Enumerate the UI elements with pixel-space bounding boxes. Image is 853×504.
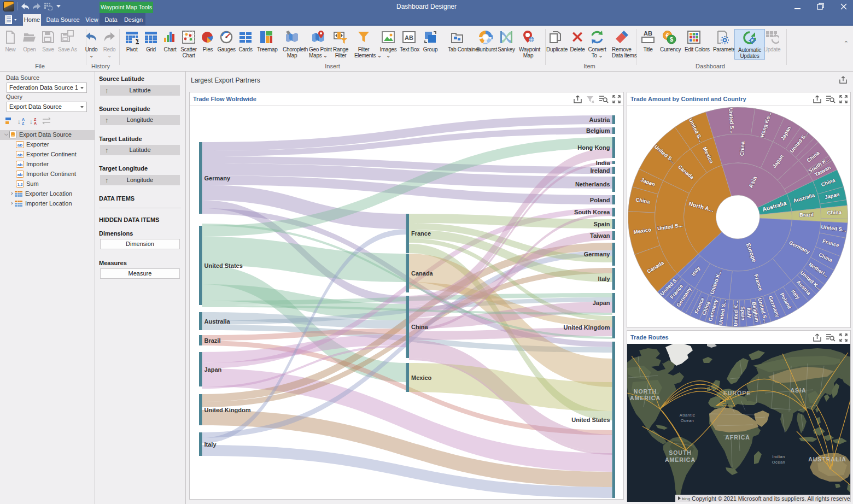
svg-text:Australia: Australia (205, 318, 231, 325)
svg-text:China: China (739, 140, 746, 156)
svg-text:A: A (34, 121, 37, 125)
svg-text:India: India (596, 160, 611, 166)
svg-text:United States: United States (205, 262, 243, 269)
svg-text:Ocean: Ocean (772, 460, 786, 465)
svg-text:Ireland: Ireland (590, 167, 610, 174)
svg-text:Austria: Austria (589, 116, 611, 123)
svg-text:↓: ↓ (17, 118, 21, 125)
svg-text:Z: Z (22, 121, 25, 125)
svg-text:China: China (827, 209, 842, 215)
svg-text:bing: bing (682, 496, 690, 501)
svg-text:Mexico: Mexico (411, 374, 432, 381)
svg-text:Poland: Poland (590, 197, 610, 203)
svg-text:South Korea: South Korea (574, 209, 610, 215)
svg-text:ab: ab (17, 153, 22, 157)
svg-text:AB: AB (644, 30, 652, 37)
svg-text:Canada: Canada (411, 270, 434, 277)
svg-text:Belgium: Belgium (586, 127, 610, 134)
svg-text:Hong Kong: Hong Kong (577, 144, 610, 151)
svg-text:Italy: Italy (598, 276, 610, 282)
svg-text:1,2: 1,2 (17, 183, 23, 187)
svg-text:AMERICA: AMERICA (665, 456, 696, 463)
svg-text:United K...: United K... (733, 301, 739, 326)
svg-text:United Kingdom: United Kingdom (205, 407, 251, 413)
svg-text:Brazil: Brazil (205, 337, 221, 344)
svg-text:China: China (411, 324, 428, 330)
svg-text:A: A (22, 118, 25, 121)
svg-text:Copyright © 2021 Microsoft and: Copyright © 2021 Microsoft and its suppl… (692, 495, 850, 502)
svg-text:ab: ab (17, 162, 22, 167)
svg-text:ab: ab (17, 143, 22, 148)
svg-text:Taiwan: Taiwan (590, 232, 610, 239)
svg-text:Japan: Japan (593, 300, 610, 306)
svg-text:United Kingdom: United Kingdom (564, 324, 610, 331)
svg-text:Z: Z (34, 118, 37, 121)
svg-text:↓: ↓ (30, 118, 33, 125)
svg-text:AFRICA: AFRICA (725, 434, 750, 441)
svg-text:Indian: Indian (772, 454, 785, 459)
svg-text:Σ: Σ (136, 37, 139, 45)
svg-text:$: $ (670, 36, 673, 43)
svg-text:Netherlands: Netherlands (575, 181, 610, 187)
svg-text:France: France (411, 230, 431, 237)
svg-text:Ocean: Ocean (681, 418, 694, 423)
svg-text:Brazil: Brazil (799, 212, 814, 218)
svg-text:Spain: Spain (594, 221, 610, 227)
svg-text:Spain: Spain (740, 306, 746, 321)
svg-text:Italy: Italy (205, 441, 217, 448)
svg-text:Germany: Germany (205, 175, 231, 181)
svg-text:AB: AB (405, 34, 413, 41)
svg-text:Japan: Japan (205, 366, 222, 373)
svg-text:ab: ab (17, 172, 22, 177)
svg-text:AUSTRALIA: AUSTRALIA (808, 456, 846, 462)
svg-text:United States: United States (571, 417, 610, 423)
svg-text:SOUTH: SOUTH (669, 449, 692, 456)
svg-text:Italy: Italy (746, 307, 753, 319)
svg-text:Atlantic: Atlantic (680, 413, 696, 418)
svg-text:Germany: Germany (584, 251, 611, 257)
